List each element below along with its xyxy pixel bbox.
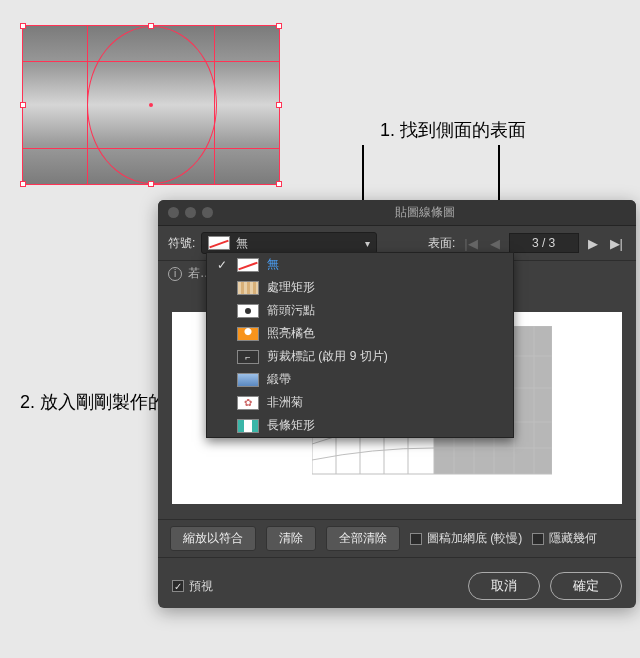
prev-face-button[interactable]: ◀ [487,236,503,251]
shading-label: 圖稿加網底 (較慢) [427,530,522,547]
next-face-button[interactable]: ▶ [585,236,601,251]
swatch-icon [237,327,259,341]
preview-checkbox[interactable]: ✓預視 [172,578,213,595]
symbol-option[interactable]: ⌐剪裁標記 (啟用 9 切片) [207,345,513,368]
option-label: 緞帶 [267,371,291,388]
swatch-icon [237,419,259,433]
face-index: 3 / 3 [509,233,579,253]
scale-to-fit-button[interactable]: 縮放以符合 [170,526,256,551]
symbol-option[interactable]: 箭頭污點 [207,299,513,322]
preview-label: 預視 [189,578,213,595]
map-art-dialog: 貼圖線條圖 符號: 無 ▾ 表面: |◀ ◀ 3 / 3 ▶ ▶| i 若………… [158,200,636,608]
shading-checkbox[interactable]: 圖稿加網底 (較慢) [410,530,522,547]
symbol-dropdown[interactable]: 無 ▾ [201,232,377,254]
symbol-option[interactable]: 非洲菊 [207,391,513,414]
symbol-label: 符號: [168,235,195,252]
annotation-1: 1. 找到側面的表面 [380,118,526,142]
hidegeo-label: 隱藏幾何 [549,530,597,547]
swatch-icon [237,281,259,295]
face-label: 表面: [428,235,455,252]
symbol-option[interactable]: 緞帶 [207,368,513,391]
swatch-icon [237,373,259,387]
window-close-icon[interactable] [168,207,179,218]
swatch-icon [237,396,259,410]
check-icon: ✓ [215,258,229,272]
symbol-option[interactable]: ✓無 [207,253,513,276]
swatch-icon [237,304,259,318]
option-label: 箭頭污點 [267,302,315,319]
option-label: 非洲菊 [267,394,303,411]
dialog-title: 貼圖線條圖 [213,204,636,221]
last-face-button[interactable]: ▶| [607,236,626,251]
clear-all-button[interactable]: 全部清除 [326,526,400,551]
option-label: 無 [267,256,279,273]
hide-geometry-checkbox[interactable]: 隱藏幾何 [532,530,597,547]
cancel-button[interactable]: 取消 [468,572,540,600]
swatch-icon: ⌐ [237,350,259,364]
option-label: 長條矩形 [267,417,315,434]
symbol-option[interactable]: 處理矩形 [207,276,513,299]
info-icon: i [168,267,182,281]
swatch-icon [237,258,259,272]
chevron-down-icon: ▾ [365,238,370,249]
symbol-value: 無 [236,235,359,252]
first-face-button[interactable]: |◀ [461,236,480,251]
option-label: 處理矩形 [267,279,315,296]
symbol-dropdown-list[interactable]: ✓無處理矩形箭頭污點照亮橘色⌐剪裁標記 (啟用 9 切片)緞帶非洲菊長條矩形 [206,252,514,438]
ok-button[interactable]: 確定 [550,572,622,600]
option-label: 照亮橘色 [267,325,315,342]
cylinder-artwork [22,25,280,185]
titlebar: 貼圖線條圖 [158,200,636,226]
symbol-option[interactable]: 照亮橘色 [207,322,513,345]
window-min-icon[interactable] [185,207,196,218]
clear-button[interactable]: 清除 [266,526,316,551]
none-swatch-icon [208,236,230,250]
symbol-option[interactable]: 長條矩形 [207,414,513,437]
option-label: 剪裁標記 (啟用 9 切片) [267,348,388,365]
window-max-icon[interactable] [202,207,213,218]
